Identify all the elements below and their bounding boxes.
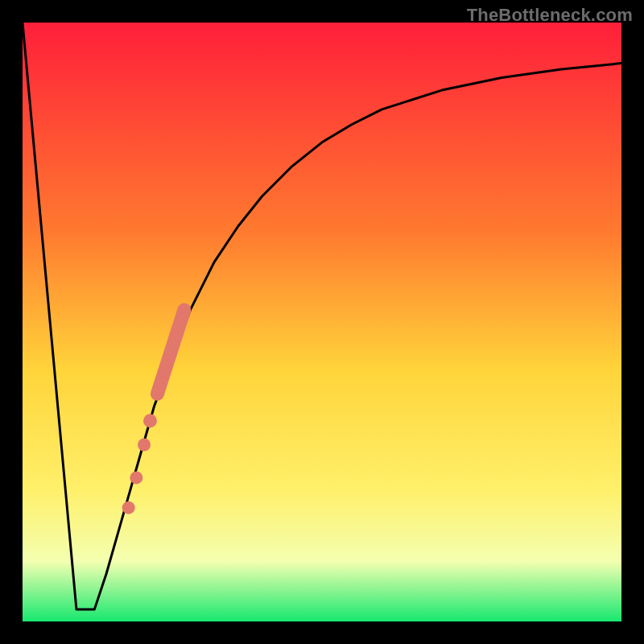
- marker-dot: [122, 502, 135, 514]
- marker-dot: [143, 414, 157, 427]
- gradient-background: [23, 23, 621, 621]
- chart-frame: TheBottleneck.com: [0, 0, 644, 644]
- chart-svg: [23, 23, 621, 621]
- watermark-text: TheBottleneck.com: [467, 5, 633, 26]
- marker-dot: [138, 439, 151, 452]
- plot-area: [23, 23, 621, 621]
- marker-dot: [130, 471, 142, 484]
